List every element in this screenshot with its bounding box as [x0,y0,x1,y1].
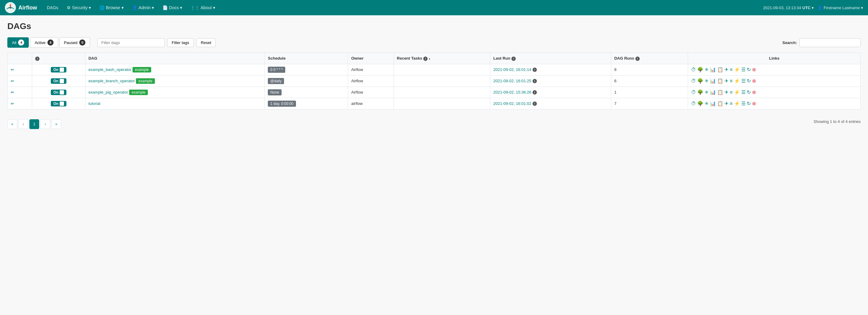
last-run-link[interactable]: 2021-09-02, 15:36:26 [493,90,531,95]
pagination-first[interactable]: « [7,119,17,129]
info-icon[interactable]: i [35,57,39,61]
trigger-dag-icon[interactable]: ⏱ [691,78,696,84]
user-menu[interactable]: 👤 Firstname Lastname ▾ [817,5,863,10]
delete-icon[interactable]: ⊗ [752,101,756,106]
landing-icon[interactable]: ✈ [724,101,728,106]
tab-active[interactable]: Active 4 [30,37,58,48]
log-icon[interactable]: ☰ [741,78,746,84]
nav-admin[interactable]: 👤 Admin ▾ [128,3,158,12]
last-run-link[interactable]: 2021-09-02, 16:01:02 [493,101,531,106]
duration-icon[interactable]: 📊 [710,101,716,106]
last-run-link[interactable]: 2021-09-02, 16:01:25 [493,79,531,83]
gantt-icon[interactable]: 📋 [717,101,723,106]
dag-name-link[interactable]: example_branch_operator [89,79,135,83]
log-icon[interactable]: ☰ [741,67,746,72]
last-run-row-info[interactable]: i [532,68,537,72]
last-run-info-icon[interactable]: i [512,57,516,61]
trigger-dag-icon[interactable]: ⏱ [691,67,696,72]
gantt-icon[interactable]: 📋 [717,78,723,84]
refresh-icon[interactable]: ↻ [747,101,751,106]
last-run-row-info[interactable]: i [532,102,537,106]
trigger-dag-icon[interactable]: ⏱ [691,101,696,106]
dag-tag[interactable]: example [132,67,151,72]
trigger-dag-icon[interactable]: ⏱ [691,90,696,95]
recent-tasks-info-icon[interactable]: i [423,57,428,61]
col-dag[interactable]: DAG [85,53,265,64]
calendar-icon[interactable]: ≡ [730,90,733,95]
dag-name-link[interactable]: example_bash_operator [89,67,131,72]
delete-icon[interactable]: ⊗ [752,67,756,72]
filter-tags-button[interactable]: Filter tags [167,38,194,47]
calendar-icon[interactable]: ≡ [730,78,733,84]
search-input[interactable] [800,38,861,47]
edit-icon[interactable]: ✏ [11,79,14,83]
pagination-prev[interactable]: ‹ [18,119,28,129]
graph-icon[interactable]: ✳ [705,89,709,95]
globe-icon: 🌐 [99,5,105,10]
delete-icon[interactable]: ⊗ [752,78,756,84]
edit-icon[interactable]: ✏ [11,101,14,106]
recent-tasks-cell [394,75,490,86]
gantt-icon[interactable]: 📋 [717,89,723,95]
dag-toggle[interactable]: On [51,78,66,84]
nav-dags[interactable]: DAGs [43,3,62,12]
dag-name-link[interactable]: example_pig_operator [89,90,128,95]
search-label: Search: [782,40,797,45]
duration-icon[interactable]: 📊 [710,67,716,72]
pagination-last[interactable]: » [52,119,61,129]
duration-icon[interactable]: 📊 [710,89,716,95]
last-run-row-info[interactable]: i [532,90,537,95]
edit-icon[interactable]: ✏ [11,90,14,95]
tab-paused[interactable]: Paused 0 [59,37,90,48]
code-icon[interactable]: ⚡ [734,89,740,95]
nav-about[interactable]: ⋮⋮ About ▾ [187,3,219,12]
landing-icon[interactable]: ✈ [724,78,728,84]
dag-runs-info-icon[interactable]: i [636,57,640,61]
nav-browse[interactable]: 🌐 Browse ▾ [96,3,127,12]
dag-tag[interactable]: example [129,90,148,95]
refresh-icon[interactable]: ↻ [747,78,751,84]
calendar-icon[interactable]: ≡ [730,67,733,72]
graph-icon[interactable]: ✳ [705,67,709,72]
graph-icon[interactable]: ✳ [705,101,709,106]
dag-toggle[interactable]: On [51,90,66,95]
pagination-current[interactable]: 1 [29,119,39,129]
edit-cell: ✏ [8,64,32,75]
tree-icon[interactable]: 🌳 [697,89,703,95]
gantt-icon[interactable]: 📋 [717,67,723,72]
code-icon[interactable]: ⚡ [734,67,740,72]
duration-icon[interactable]: 📊 [710,78,716,84]
log-icon[interactable]: ☰ [741,101,746,106]
dag-runs-value: 6 [614,79,616,83]
brand-logo[interactable]: Airflow [5,2,37,13]
code-icon[interactable]: ⚡ [734,78,740,84]
tree-icon[interactable]: 🌳 [697,78,703,84]
tab-all[interactable]: All 4 [7,37,29,48]
dag-name-link[interactable]: tutorial [89,101,100,106]
delete-icon[interactable]: ⊗ [752,89,756,95]
graph-icon[interactable]: ✳ [705,78,709,84]
pagination-next[interactable]: › [40,119,50,129]
dag-tag[interactable]: example [136,78,155,84]
last-run-link[interactable]: 2021-09-02, 16:01:14 [493,67,531,72]
schedule-badge: 1 day, 0:00:00 [268,101,296,107]
dag-toggle[interactable]: On [51,101,66,106]
landing-icon[interactable]: ✈ [724,67,728,72]
edit-icon[interactable]: ✏ [11,67,14,72]
nav-security[interactable]: ⚙ Security ▾ [63,3,95,12]
landing-icon[interactable]: ✈ [724,89,728,95]
refresh-icon[interactable]: ↻ [747,67,751,72]
dag-toggle[interactable]: On [51,67,66,72]
reset-button[interactable]: Reset [196,38,216,47]
datetime-display[interactable]: 2021-09-03, 13:13:34 UTC ▾ [763,5,814,10]
calendar-icon[interactable]: ≡ [730,101,733,106]
code-icon[interactable]: ⚡ [734,101,740,106]
filter-dags-input[interactable] [97,38,165,47]
log-icon[interactable]: ☰ [741,89,746,95]
pagination: « ‹ 1 › » [7,119,61,129]
last-run-row-info[interactable]: i [532,79,537,83]
tree-icon[interactable]: 🌳 [697,101,703,106]
nav-docs[interactable]: 📄 Docs ▾ [159,3,186,12]
tree-icon[interactable]: 🌳 [697,67,703,72]
refresh-icon[interactable]: ↻ [747,89,751,95]
